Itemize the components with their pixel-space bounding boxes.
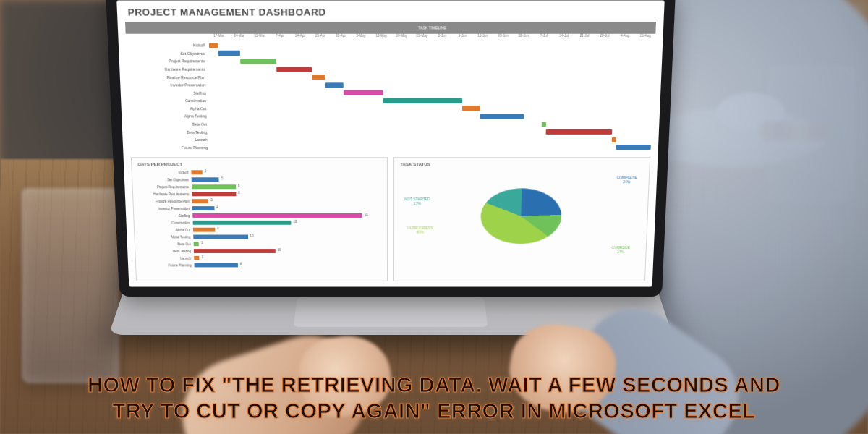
bar-fill [193,221,292,225]
gantt-body: KickoffSet ObjectivesProject Requirement… [126,41,655,151]
bar-value: 8 [239,263,242,266]
pie-chart-wrap: COMPLETE24%OVERDUE14%IN PROGRESS45%NOT S… [397,169,646,262]
gantt-task-label: Construction [128,98,210,103]
bar-row: Alpha Out4 [140,227,384,233]
bar-fill [191,170,202,174]
gantt-row: Beta Out [129,120,652,128]
gantt-date: 30-Jun [513,34,533,41]
bar-fill [193,235,247,239]
bar-value: 10 [250,234,254,238]
bar-row: Hardware Requirements8 [139,191,384,197]
gantt-task-label: Staffing [128,90,210,95]
pie-slice-label: NOT STARTED17% [404,197,430,205]
gantt-date: 5-May [351,34,371,41]
bar-chart: Kickoff2Set Objectives5Project Requireme… [135,169,384,268]
gantt-bar [546,129,612,135]
bar-row: Finalize Resource Plan3 [139,198,383,204]
gantt-task-label: Beta Out [129,122,211,127]
bar-value: 4 [217,227,219,231]
gantt-bar [611,137,616,142]
bar-value: 18 [294,220,297,224]
gantt-row: Launch [130,136,652,144]
pie-chart-panel: TASK STATUS COMPLETE24%OVERDUE14%IN PROG… [393,157,650,281]
gantt-date: 9-Jun [452,34,472,41]
gantt-date: 24-Mar [229,34,250,41]
bar-fill [193,228,215,232]
gantt-date: 14-Apr [290,34,310,41]
pie-slice-label: COMPLETE24% [616,175,637,184]
bar-value: 15 [278,248,281,252]
bar-row: Beta Testing15 [141,248,384,254]
gantt-bar [312,75,325,80]
gantt-date: 14-Jul [554,34,574,41]
gantt-task-label: Kickoff [126,43,209,48]
gantt-date: 4-Aug [615,34,635,41]
gantt-bar [276,67,312,72]
gantt-bar [383,98,463,103]
bar-row: Kickoff2 [138,169,384,175]
gantt-task-label: Investor Presentation [128,82,210,87]
bar-value: 2 [205,169,207,173]
gantt-date: 11-Aug [635,34,655,41]
bar-label: Beta Out [141,242,194,246]
gantt-bar [218,51,240,56]
gantt-row: Alpha Testing [129,113,652,121]
gantt-date: 7-Apr [270,34,290,41]
bar-value: 31 [365,213,368,216]
gantt-date: 21-Jul [574,34,595,41]
gantt-task-label: Alpha Out [129,106,211,111]
gantt-date: 19-May [391,34,412,41]
laptop-screen: PROJECT MANAGEMENT DASHBOARD TASK TIMELI… [116,0,665,286]
bar-label: Set Objectives [138,178,192,182]
gantt-row: Future Planning [130,144,651,152]
gantt-header-label: TASK TIMELINE [208,25,656,30]
gantt-bar [616,145,651,150]
gantt-date: 16-Jun [472,34,493,41]
laptop-lid: PROJECT MANAGEMENT DASHBOARD TASK TIMELI… [106,0,676,297]
gantt-date: 17-Mar [208,34,229,41]
gantt-row: Set Objectives [127,49,655,57]
bar-row: Alpha Testing10 [140,234,383,240]
gantt-task-label: Launch [130,137,212,142]
gantt-bar [343,90,383,95]
caption-line-1: HOW TO FIX "THE RETRIEVING DATA. WAIT A … [29,372,839,398]
bar-fill [194,256,200,260]
gantt-row: Hardware Requirements [127,65,655,73]
gantt-row: Beta Testing [129,128,652,136]
bar-row: Set Objectives5 [138,176,384,182]
gantt-row: Investor Presentation [127,81,653,89]
bar-value: 8 [238,191,240,195]
gantt-date: 7-Jul [534,34,554,41]
gantt-date: 28-Apr [331,34,351,41]
bar-fill [192,177,219,182]
bar-label: Beta Testing [141,250,194,253]
gantt-date: 28-Jul [595,34,615,41]
trackpad [294,298,488,326]
bar-row: Launch1 [142,255,384,261]
bar-label: Finalize Resource Plan [139,200,192,203]
bar-value: 8 [238,184,240,187]
gantt-task-label: Future Planning [130,145,212,150]
photo-scene: PROJECT MANAGEMENT DASHBOARD TASK TIMELI… [0,0,868,434]
gantt-row: Project Requirements [127,57,655,65]
bar-value: 4 [216,205,218,209]
bar-fill [192,199,209,203]
gantt-chart: TASK TIMELINE 17-Mar24-Mar31-Mar7-Apr14-… [125,22,656,152]
gantt-task-label: Alpha Testing [129,114,211,119]
pie-slice-label: OVERDUE14% [611,245,629,254]
gantt-row: Alpha Out [129,105,652,113]
bar-fill [194,242,200,246]
gantt-date: 21-Apr [310,34,331,41]
gantt-task-label: Finalize Resource Plan [127,75,210,80]
gantt-header: TASK TIMELINE [125,22,656,34]
gantt-bar [241,59,276,64]
bar-label: Project Requirements [139,185,192,189]
bar-fill [194,263,237,268]
caption-line-2: TRY TO CUT OR COPY AGAIN" ERROR IN MICRO… [29,398,839,424]
bar-fill [192,192,236,196]
bar-label: Future Planning [142,263,195,267]
gantt-date: 23-Jun [493,34,513,41]
bar-value: 3 [210,198,213,202]
gantt-date: 2-Jun [432,34,452,41]
bar-value: 1 [201,241,203,244]
